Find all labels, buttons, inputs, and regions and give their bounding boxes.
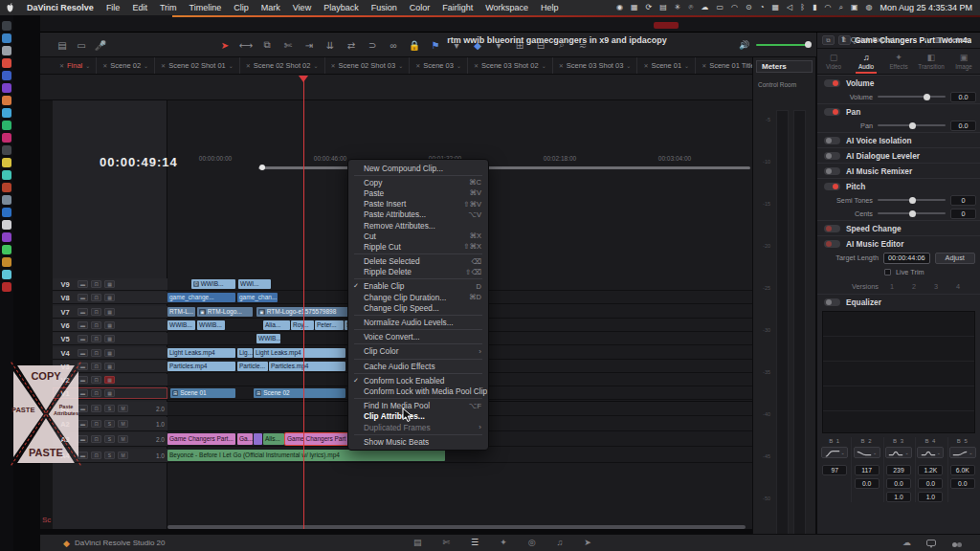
section-toggle[interactable] — [824, 240, 840, 248]
track-autoselect-icon[interactable]: ⊡ — [91, 376, 101, 384]
tab-dropdown-icon[interactable]: ⌄ — [144, 62, 148, 69]
context-menu-item-cut[interactable]: Cut⌘X — [348, 231, 488, 241]
context-menu-item-ripple-cut[interactable]: Ripple Cut⇧⌘X — [348, 241, 488, 252]
timeline-clip[interactable]: ▣RTM-Logo... — [197, 307, 253, 317]
track-lock-icon[interactable]: ▬ — [78, 435, 88, 443]
track-autoselect-icon[interactable]: ⊡ — [91, 321, 101, 329]
dock-app-icon[interactable] — [2, 257, 11, 267]
track-autoselect-icon[interactable]: ⊡ — [91, 420, 101, 428]
live-trim-checkbox[interactable] — [884, 269, 891, 276]
voiceover-mic-icon[interactable]: 🎤 — [94, 38, 107, 52]
timeline-tab-final[interactable]: ✕Final⌄ — [54, 57, 97, 75]
track-mute-button[interactable]: M — [118, 452, 128, 459]
dock-app-icon[interactable] — [2, 71, 11, 80]
playhead-marker[interactable] — [299, 76, 308, 82]
dock-app-icon[interactable] — [2, 21, 11, 31]
monitor-volume-thumb[interactable] — [805, 41, 812, 48]
menubar-status-icon[interactable]: ⟳ — [646, 4, 653, 11]
section-header-ai-voice-isolation[interactable]: AI Voice Isolation — [817, 132, 980, 147]
overview-handle[interactable] — [259, 165, 265, 170]
parameter-value[interactable]: 0.0 — [950, 92, 976, 102]
slider-thumb[interactable] — [909, 122, 916, 129]
dock-app-icon[interactable] — [2, 208, 11, 217]
context-menu-item-delete-selected[interactable]: Delete Selected⌫ — [348, 256, 488, 267]
timeline-clip[interactable]: Light Leaks.mp4 — [167, 348, 235, 358]
tab-dropdown-icon[interactable]: ⌄ — [313, 62, 318, 69]
dock-app-icon[interactable] — [2, 96, 11, 105]
track-lock-icon[interactable]: ▬ — [78, 420, 88, 428]
tab-close-icon[interactable]: ✕ — [415, 62, 420, 69]
dock-app-icon[interactable] — [2, 245, 11, 254]
version-number[interactable]: 4 — [949, 282, 967, 291]
eq-value-field[interactable]: 0.0 — [918, 478, 943, 489]
timeline-clip[interactable]: Alls... — [263, 433, 284, 445]
section-header-ai-music-editor[interactable]: AI Music Editor — [817, 235, 980, 251]
track-header-v7[interactable]: V7▬⊡▦ — [53, 306, 167, 319]
menu-item-fusion[interactable]: Fusion — [371, 3, 397, 12]
track-solo-button[interactable]: S — [104, 420, 115, 428]
tab-close-icon[interactable]: ✕ — [474, 62, 479, 69]
tab-dropdown-icon[interactable]: ⌄ — [85, 62, 90, 69]
timeline-clip[interactable]: Lig... — [237, 348, 253, 358]
parameter-value[interactable]: 0 — [950, 209, 976, 219]
dock-app-icon[interactable] — [2, 270, 11, 279]
track-autoselect-icon[interactable]: ⊡ — [91, 363, 101, 370]
eq-value-field[interactable]: 1.0 — [886, 492, 911, 502]
eq-filter-dropdown[interactable]: ⌄ — [949, 447, 976, 458]
track-lock-icon[interactable]: ▬ — [78, 376, 88, 384]
section-header-ai-music-remixer[interactable]: AI Music Remixer — [817, 163, 980, 178]
dock-app-icon[interactable] — [2, 108, 11, 118]
apple-menu-icon[interactable] — [6, 3, 14, 13]
track-autoselect-icon[interactable]: ⊡ — [91, 349, 101, 357]
section-header-pan[interactable]: Pan — [817, 103, 980, 119]
menu-item-help[interactable]: Help — [541, 3, 559, 12]
parameter-slider[interactable] — [878, 199, 946, 201]
track-solo-button[interactable]: S — [104, 452, 115, 459]
menubar-status-icon[interactable]: ⊙ — [746, 4, 752, 11]
eq-filter-dropdown[interactable]: ⌄ — [854, 447, 880, 458]
razor-icon[interactable]: ✄ — [281, 38, 295, 52]
timeline-clip[interactable]: ⊞Scene 01 — [170, 388, 235, 398]
tab-dropdown-icon[interactable]: ⌄ — [684, 62, 689, 69]
eq-value-field[interactable]: 1.0 — [918, 492, 943, 502]
menubar-status-icon[interactable]: ◉ — [616, 4, 623, 11]
context-menu-item-new-compound-clip-[interactable]: New Compound Clip... — [348, 163, 488, 173]
menubar-status-icon[interactable]: ᛒ — [800, 4, 805, 11]
track-mute-button[interactable]: M — [118, 435, 128, 443]
eq-value-field[interactable]: 0.0 — [855, 478, 880, 489]
track-enable-icon[interactable]: ▦ — [104, 349, 115, 357]
timeline-tab-scene-02-shot-03[interactable]: ✕Scene 02 Shot 03⌄ — [325, 57, 411, 75]
track-enable-icon[interactable]: ▦ — [104, 280, 115, 288]
track-enable-icon[interactable]: ▦ — [104, 389, 115, 397]
track-autoselect-icon[interactable]: ⊡ — [91, 452, 101, 459]
track-autoselect-icon[interactable]: ⊡ — [91, 405, 101, 412]
slider-thumb[interactable] — [924, 94, 930, 100]
flag-clip-icon[interactable]: ▭ — [75, 38, 88, 52]
section-toggle[interactable] — [824, 298, 840, 306]
dock-app-icon[interactable] — [2, 58, 11, 68]
track-lane-a4[interactable]: Beyoncé - Before I Let Go (Official Inst… — [167, 449, 752, 463]
menu-item-fairlight[interactable]: Fairlight — [442, 3, 473, 12]
selection-mode-icon[interactable]: ➤ — [218, 38, 232, 52]
parameter-slider[interactable] — [878, 212, 946, 214]
eq-value-field[interactable]: 239 — [886, 465, 911, 475]
track-enable-icon[interactable]: ▦ — [104, 294, 115, 301]
chat-icon[interactable] — [926, 540, 936, 546]
dock-app-icon[interactable] — [2, 220, 11, 230]
inspector-tab-audio[interactable]: ♫Audio — [850, 49, 882, 74]
timeline-clip[interactable]: ▣RTM-Logo-e1575579898 — [256, 307, 360, 317]
section-header-volume[interactable]: Volume — [817, 75, 980, 90]
menu-bar-clock[interactable]: Mon Aug 25 4:35:34 PM — [880, 3, 972, 12]
menu-item-edit[interactable]: Edit — [132, 3, 147, 12]
dock-app-icon[interactable] — [2, 133, 11, 143]
context-menu-item-show-music-beats[interactable]: Show Music Beats — [348, 436, 488, 447]
parameter-slider[interactable] — [878, 124, 946, 126]
timeline-view-options-icon[interactable]: ▤ — [56, 38, 69, 52]
menubar-status-icon[interactable]: ◠ — [731, 4, 738, 11]
context-menu-item-find-in-media-pool[interactable]: Find In Media Pool⌥F — [348, 401, 488, 411]
menubar-status-icon[interactable]: ▣ — [851, 4, 858, 11]
timeline-tab-scene-03-shot-03[interactable]: ✕Scene 03 Shot 03⌄ — [553, 57, 638, 75]
timeline-clip[interactable]: WWIB... — [167, 320, 195, 330]
timeline-tab-scene-02[interactable]: ✕Scene 02⌄ — [97, 57, 155, 75]
playhead-line[interactable] — [303, 76, 304, 529]
